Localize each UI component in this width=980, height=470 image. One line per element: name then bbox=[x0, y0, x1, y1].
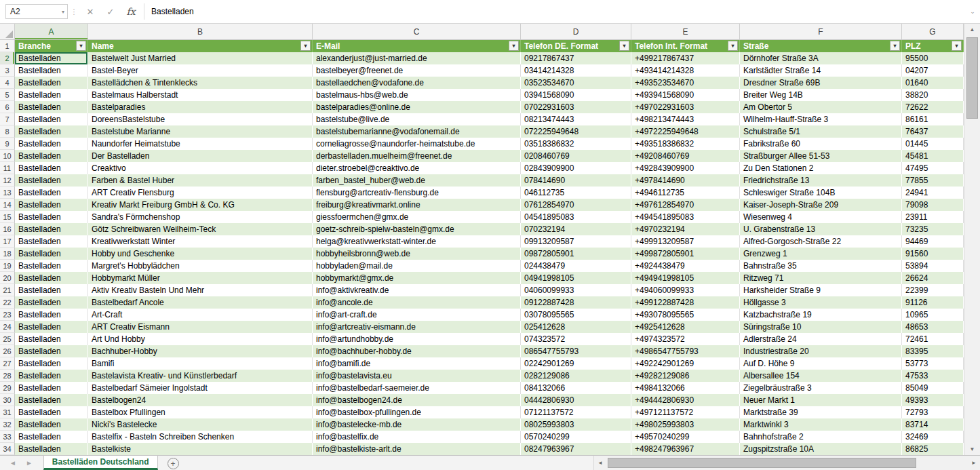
cell-strasse[interactable]: Straßburger Allee 51-53 bbox=[740, 150, 902, 162]
row-number[interactable]: 26 bbox=[0, 345, 15, 357]
row-number[interactable]: 11 bbox=[0, 162, 15, 174]
cell-name[interactable]: Bastelmaus Halberstadt bbox=[88, 89, 313, 101]
cell-name[interactable]: ART Creativ Eismann bbox=[88, 321, 313, 333]
cell-branche[interactable]: Bastelladen bbox=[15, 333, 88, 345]
cell-name[interactable]: DoreensBastelstube bbox=[88, 113, 313, 125]
cell-telefon-int[interactable]: +4925412628 bbox=[631, 321, 740, 333]
cell-strasse[interactable]: Alfred-Gorgosch-Straße 22 bbox=[740, 235, 902, 248]
cell-name[interactable]: Bamifi bbox=[88, 357, 313, 370]
cell-email[interactable]: info@bastelbedarf-saemeier.de bbox=[313, 382, 521, 394]
cell-branche[interactable]: Bastelladen bbox=[15, 199, 88, 211]
cell-telefon-de[interactable]: 08025993803 bbox=[521, 418, 631, 431]
row-number[interactable]: 18 bbox=[0, 248, 15, 260]
cell-plz[interactable]: 48653 bbox=[902, 321, 964, 333]
cell-plz[interactable]: 95500 bbox=[902, 52, 964, 64]
cell-plz[interactable]: 91126 bbox=[902, 296, 964, 309]
cell-plz[interactable]: 47495 bbox=[902, 162, 964, 174]
cell-plz[interactable]: 72461 bbox=[902, 333, 964, 345]
row-number[interactable]: 10 bbox=[0, 150, 15, 162]
cell-strasse[interactable]: Am Obertor 5 bbox=[740, 101, 902, 113]
row-number[interactable]: 8 bbox=[0, 125, 15, 138]
cell-telefon-de[interactable]: 046112735 bbox=[521, 187, 631, 199]
cell-email[interactable]: info@bamifi.de bbox=[313, 357, 521, 370]
cell-telefon-int[interactable]: +492242901269 bbox=[631, 357, 740, 370]
cell-telefon-de[interactable]: 07121137572 bbox=[521, 406, 631, 418]
name-box[interactable]: A2 ▾ bbox=[5, 4, 68, 19]
cell-strasse[interactable]: Karlstädter Straße 14 bbox=[740, 64, 902, 77]
row-number[interactable]: 17 bbox=[0, 235, 15, 248]
cell-telefon-int[interactable]: +497022931603 bbox=[631, 101, 740, 113]
cell-branche[interactable]: Bastelladen bbox=[15, 89, 88, 101]
cell-telefon-int[interactable]: +494941998105 bbox=[631, 272, 740, 284]
row-number[interactable]: 19 bbox=[0, 260, 15, 272]
cell-name[interactable]: Bastelparadies bbox=[88, 101, 313, 113]
cell-branche[interactable]: Bastelladen bbox=[15, 150, 88, 162]
scroll-down-icon[interactable]: ▼ bbox=[964, 444, 980, 455]
cell-branche[interactable]: Bastelladen bbox=[15, 77, 88, 89]
cell-branche[interactable]: Bastelladen bbox=[15, 406, 88, 418]
filter-button[interactable]: ▾ bbox=[509, 41, 519, 51]
cell-email[interactable]: goetz-schreib-spielw-basteln@gmx.de bbox=[313, 223, 521, 235]
cell-telefon-de[interactable]: 09217867437 bbox=[521, 52, 631, 64]
cell-branche[interactable]: Bastelladen bbox=[15, 382, 88, 394]
header-telefon-de[interactable]: Telefon DE. Format▾ bbox=[521, 40, 631, 52]
cell-telefon-de[interactable]: 07022931603 bbox=[521, 101, 631, 113]
cell-branche[interactable]: Bastelladen bbox=[15, 174, 88, 187]
cell-name[interactable]: Bastel-Beyer bbox=[88, 64, 313, 77]
column-header-f[interactable]: F bbox=[740, 24, 902, 39]
cell-telefon-de[interactable]: 04060099933 bbox=[521, 284, 631, 296]
cell-name[interactable]: Aktiv Kreativ Basteln Und Mehr bbox=[88, 284, 313, 296]
header-branche[interactable]: Branche▾ bbox=[15, 40, 88, 52]
cell-branche[interactable]: Bastelladen bbox=[15, 418, 88, 431]
cell-name[interactable]: Bastelbogen24 bbox=[88, 394, 313, 406]
cell-telefon-int[interactable]: +4946112735 bbox=[631, 187, 740, 199]
formula-bar-expand-icon[interactable]: ⌄ bbox=[965, 8, 980, 15]
cell-name[interactable]: Bastelstube Marianne bbox=[88, 125, 313, 138]
cell-strasse[interactable]: Wiesenweg 4 bbox=[740, 211, 902, 223]
filter-button[interactable]: ▾ bbox=[728, 41, 738, 51]
cell-name[interactable]: Art-Craft bbox=[88, 309, 313, 321]
cell-strasse[interactable]: Süringstraße 10 bbox=[740, 321, 902, 333]
cell-strasse[interactable]: Schleswiger Straße 104B bbox=[740, 187, 902, 199]
cell-telefon-int[interactable]: +4972225949648 bbox=[631, 125, 740, 138]
cell-strasse[interactable]: Katzbachstraße 19 bbox=[740, 309, 902, 321]
cell-telefon-de[interactable]: 084132066 bbox=[521, 382, 631, 394]
cell-email[interactable]: info@bastelavista.eu bbox=[313, 370, 521, 382]
cell-strasse[interactable]: Bahnhofstraße 2 bbox=[740, 431, 902, 443]
cell-telefon-de[interactable]: 09913209587 bbox=[521, 235, 631, 248]
vertical-scrollbar-thumb[interactable] bbox=[966, 37, 978, 119]
cell-plz[interactable]: 01640 bbox=[902, 77, 964, 89]
cell-strasse[interactable]: Auf D. Höhe 9 bbox=[740, 357, 902, 370]
row-number[interactable]: 3 bbox=[0, 64, 15, 77]
cell-telefon-int[interactable]: +493518386832 bbox=[631, 138, 740, 150]
row-number[interactable]: 5 bbox=[0, 89, 15, 101]
cell-telefon-de[interactable]: 086547755793 bbox=[521, 345, 631, 357]
scroll-right-icon[interactable]: ► bbox=[968, 456, 980, 470]
cell-telefon-int[interactable]: +498025993803 bbox=[631, 418, 740, 431]
row-number[interactable]: 24 bbox=[0, 321, 15, 333]
cell-plz[interactable]: 32469 bbox=[902, 431, 964, 443]
cell-email[interactable]: corneliagrosse@naundorfer-heimatstube.de bbox=[313, 138, 521, 150]
cell-name[interactable]: Kreativ Markt Freiburg GmbH & Co. KG bbox=[88, 199, 313, 211]
cell-strasse[interactable]: Breiter Weg 14B bbox=[740, 89, 902, 101]
cell-email[interactable]: bastellaedchen@vodafone.de bbox=[313, 77, 521, 89]
row-number[interactable]: 13 bbox=[0, 187, 15, 199]
cell-telefon-de[interactable]: 03518386832 bbox=[521, 138, 631, 150]
cell-telefon-de[interactable]: 08213474443 bbox=[521, 113, 631, 125]
cell-telefon-int[interactable]: +4984132066 bbox=[631, 382, 740, 394]
cell-branche[interactable]: Bastelladen bbox=[15, 370, 88, 382]
cell-branche[interactable]: Bastelladen bbox=[15, 64, 88, 77]
cell-telefon-de[interactable]: 04541895083 bbox=[521, 211, 631, 223]
cell-email[interactable]: derbastelladen.muelheim@freenet.de bbox=[313, 150, 521, 162]
cell-telefon-int[interactable]: +494060099933 bbox=[631, 284, 740, 296]
cell-plz[interactable]: 72793 bbox=[902, 406, 964, 418]
cell-email[interactable]: freiburg@kreativmarkt.online bbox=[313, 199, 521, 211]
row-number[interactable]: 31 bbox=[0, 406, 15, 418]
cell-strasse[interactable]: Neuer Markt 1 bbox=[740, 394, 902, 406]
cell-name[interactable]: Nicki's Bastelecke bbox=[88, 418, 313, 431]
cell-strasse[interactable]: Bahnstraße 35 bbox=[740, 260, 902, 272]
cell-plz[interactable]: 83395 bbox=[902, 345, 964, 357]
cell-email[interactable]: info@art-craft.de bbox=[313, 309, 521, 321]
cell-name[interactable]: Naundorfer Heimatstube bbox=[88, 138, 313, 150]
cell-name[interactable]: Bastelbedarf Sämeier Ingolstadt bbox=[88, 382, 313, 394]
